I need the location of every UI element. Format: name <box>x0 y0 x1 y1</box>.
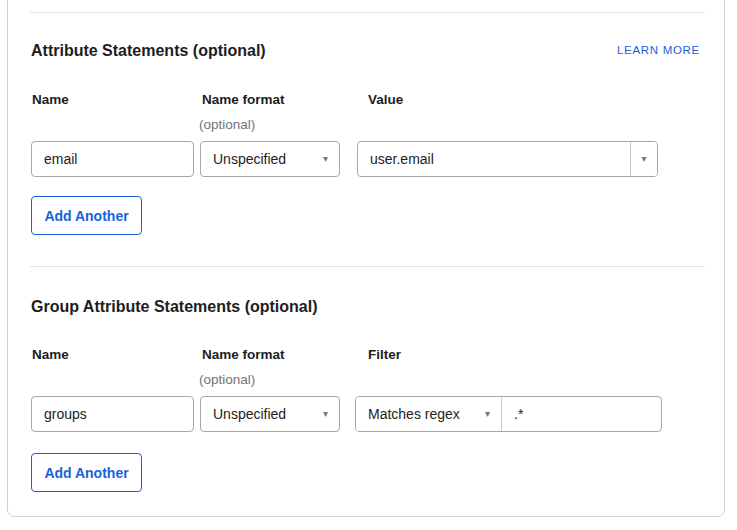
group-attribute-filter-type-select[interactable]: Matches regex ▾ <box>356 397 502 431</box>
group-attribute-name-format-value: Unspecified <box>213 406 286 422</box>
attribute-name-format-value: Unspecified <box>213 151 286 167</box>
group-attribute-filter-combobox: Matches regex ▾ <box>355 396 662 432</box>
attribute-value-dropdown-toggle[interactable]: ▾ <box>630 142 657 176</box>
learn-more-link[interactable]: LEARN MORE <box>617 44 700 56</box>
column-header-name-format: Name format <box>202 347 285 362</box>
add-another-attribute-button[interactable]: Add Another <box>31 196 142 235</box>
section-divider-middle <box>30 266 705 267</box>
column-header-optional-note: (optional) <box>199 372 255 387</box>
group-attribute-filter-type-value: Matches regex <box>368 406 460 422</box>
attribute-statements-title: Attribute Statements (optional) <box>31 42 266 60</box>
chevron-down-icon: ▾ <box>323 409 328 419</box>
chevron-down-icon: ▾ <box>485 409 490 419</box>
group-attribute-statements-title: Group Attribute Statements (optional) <box>31 298 318 316</box>
attribute-name-format-select[interactable]: Unspecified ▾ <box>200 141 340 177</box>
chevron-down-icon: ▾ <box>641 154 646 164</box>
group-attribute-name-input[interactable] <box>31 396 194 432</box>
column-header-value: Value <box>368 92 403 107</box>
attribute-name-input[interactable] <box>31 141 194 177</box>
column-header-name: Name <box>32 347 69 362</box>
add-another-group-attribute-button[interactable]: Add Another <box>31 453 142 492</box>
column-header-name: Name <box>32 92 69 107</box>
group-attribute-filter-value-input[interactable] <box>502 397 661 431</box>
chevron-down-icon: ▾ <box>323 154 328 164</box>
column-header-optional-note: (optional) <box>199 117 255 132</box>
settings-card <box>7 0 725 517</box>
section-divider-top <box>30 12 705 13</box>
column-header-name-format: Name format <box>202 92 285 107</box>
attribute-value-input[interactable] <box>358 142 630 176</box>
group-attribute-name-format-select[interactable]: Unspecified ▾ <box>200 396 340 432</box>
column-header-filter: Filter <box>368 347 401 362</box>
attribute-value-combobox: ▾ <box>357 141 658 177</box>
saml-settings-page: Attribute Statements (optional) LEARN MO… <box>0 0 737 530</box>
